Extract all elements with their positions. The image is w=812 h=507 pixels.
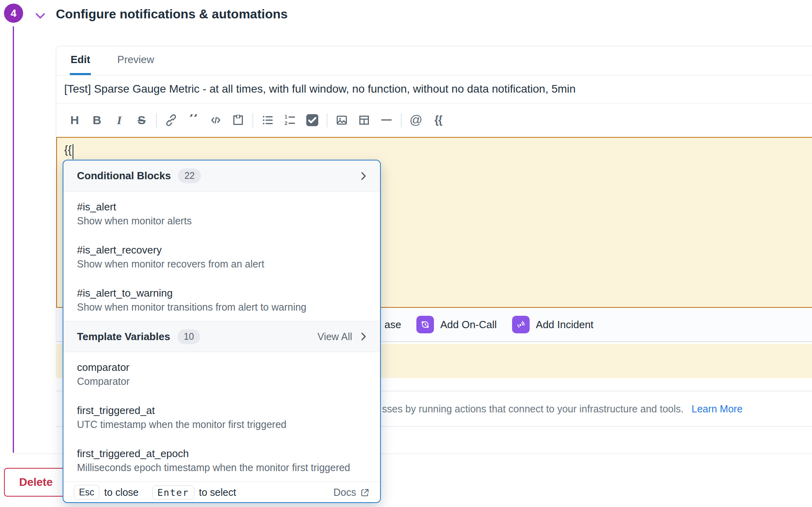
item-name: first_triggered_at [77, 403, 367, 418]
item-name: #is_alert_recovery [77, 243, 367, 257]
svg-text:2: 2 [285, 120, 288, 126]
editor-typed-text: {{ [64, 143, 72, 156]
chevron-right-icon [358, 170, 369, 182]
italic-icon[interactable]: I [111, 112, 127, 128]
bold-icon[interactable]: B [89, 112, 105, 128]
esc-action-label: to close [104, 487, 138, 498]
item-name: comparator [77, 360, 367, 374]
conditional-blocks-count-badge: 22 [178, 168, 201, 183]
enter-action-label: to select [199, 487, 236, 498]
item-name: #is_alert [77, 200, 367, 214]
chevron-right-icon [358, 331, 369, 342]
item-description: Show when monitor alerts [77, 214, 367, 228]
item-description: Show when monitor transitions from alert… [77, 300, 367, 314]
notification-title-field[interactable]: [Test] Sparse Gauge Metric - at all time… [56, 75, 812, 103]
template-autocomplete-popover: Conditional Blocks 22 #is_alert Show whe… [63, 160, 381, 503]
template-variables-title: Template Variables [77, 331, 170, 343]
horizontal-rule-icon[interactable] [378, 112, 394, 128]
heading-icon[interactable]: H [67, 112, 83, 128]
quote-icon[interactable]: ” [185, 112, 201, 128]
docs-link[interactable]: Docs [333, 487, 370, 498]
text-cursor [73, 144, 73, 159]
step-progress-line [13, 26, 14, 453]
list-item-is-alert-to-warning[interactable]: #is_alert_to_warning Show when monitor t… [63, 278, 380, 321]
table-icon[interactable] [356, 112, 372, 128]
svg-text:1: 1 [285, 114, 288, 120]
conditional-blocks-header[interactable]: Conditional Blocks 22 [63, 160, 380, 192]
toolbar-divider [327, 113, 327, 127]
strikethrough-icon[interactable]: S [134, 112, 150, 128]
section-title: Configure notifications & automations [56, 7, 288, 22]
task-list-icon[interactable] [304, 112, 320, 128]
docs-label: Docs [333, 487, 356, 498]
step-number-badge: 4 [4, 4, 23, 23]
add-case-label: ase [384, 319, 401, 331]
automations-description-text: sses by running actions that connect to … [382, 403, 684, 414]
tab-preview[interactable]: Preview [116, 46, 155, 75]
oncall-phone-clock-icon [416, 316, 434, 333]
add-oncall-label: Add On-Call [440, 319, 497, 331]
inline-code-icon[interactable] [208, 112, 224, 128]
conditional-blocks-title: Conditional Blocks [77, 170, 171, 182]
numbered-list-icon[interactable]: 12 [282, 112, 298, 128]
editor-toolbar: H B I S ” 12 @ { [56, 103, 812, 137]
learn-more-link[interactable]: Learn More [692, 403, 743, 414]
enter-key-hint: Enter [152, 485, 194, 500]
editor-tabs: Edit Preview [56, 46, 812, 75]
mention-icon[interactable]: @ [408, 112, 424, 128]
item-name: first_triggered_at_epoch [77, 446, 367, 461]
list-item-is-alert-recovery[interactable]: #is_alert_recovery Show when monitor rec… [63, 235, 380, 278]
autocomplete-footer: Esc to close Enter to select Docs [63, 481, 380, 503]
item-description: Show when monitor recovers from an alert [77, 257, 367, 271]
template-variables-count-badge: 10 [177, 329, 201, 344]
esc-key-hint: Esc [74, 485, 99, 500]
external-link-icon [360, 488, 370, 497]
toolbar-divider [252, 113, 253, 127]
toolbar-divider [156, 113, 157, 127]
automations-description: sses by running actions that connect to … [382, 403, 743, 415]
template-variables-header[interactable]: Template Variables 10 View All [63, 321, 380, 352]
add-oncall-button[interactable]: Add On-Call [416, 316, 497, 333]
delete-button[interactable]: Delete [4, 468, 68, 497]
add-case-button[interactable]: ase [384, 319, 401, 331]
toolbar-divider [401, 113, 402, 127]
image-icon[interactable] [334, 112, 350, 128]
item-description: UTC timestamp when the monitor first tri… [77, 418, 367, 431]
list-item-is-alert[interactable]: #is_alert Show when monitor alerts [63, 192, 380, 235]
add-incident-label: Add Incident [536, 319, 594, 331]
list-item-first-triggered-at[interactable]: first_triggered_at UTC timestamp when th… [63, 395, 380, 438]
template-variable-icon[interactable]: {{ [430, 112, 446, 128]
tab-edit[interactable]: Edit [70, 46, 91, 75]
bullet-list-icon[interactable] [260, 112, 276, 128]
add-incident-button[interactable]: Add Incident [512, 316, 594, 333]
view-all-link[interactable]: View All [317, 331, 352, 343]
code-block-icon[interactable] [230, 112, 246, 128]
item-name: #is_alert_to_warning [77, 286, 367, 300]
list-item-first-triggered-at-epoch[interactable]: first_triggered_at_epoch Milliseconds ep… [63, 438, 380, 481]
link-icon[interactable] [163, 112, 179, 128]
item-description: Comparator [77, 374, 367, 388]
incident-siren-icon [512, 316, 530, 333]
chevron-down-icon[interactable] [34, 9, 47, 22]
item-description: Milliseconds epoch timestamp when the mo… [77, 461, 367, 474]
list-item-comparator[interactable]: comparator Comparator [63, 352, 380, 395]
